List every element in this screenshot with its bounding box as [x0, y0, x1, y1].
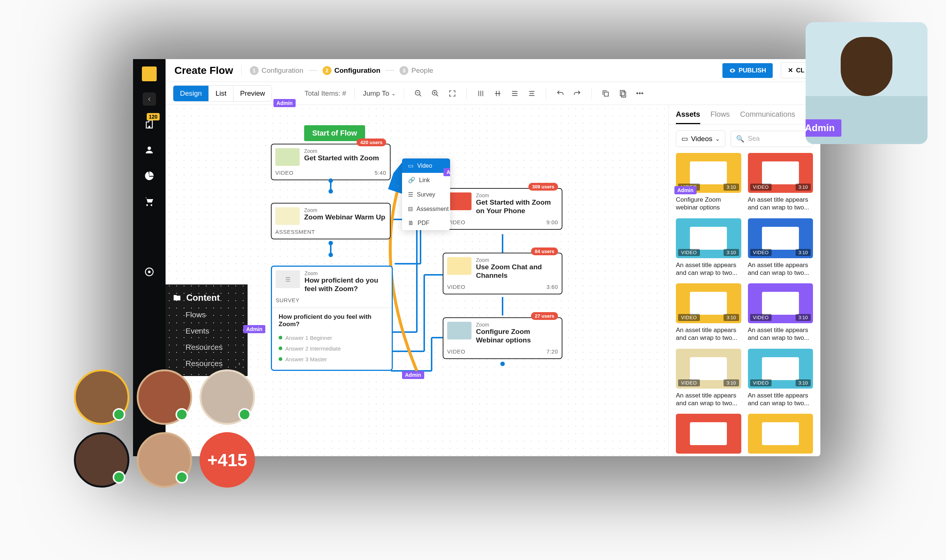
asset-card[interactable] [748, 414, 813, 454]
tab-list[interactable]: List [209, 86, 234, 101]
search-input[interactable]: 🔍Sea [730, 131, 813, 147]
person-icon[interactable] [142, 143, 157, 157]
connector-handle[interactable] [328, 189, 333, 194]
popup-item-pdf[interactable]: 🗎 PDF [402, 216, 450, 230]
users-badge: 84 users [531, 248, 558, 255]
connector-handle[interactable] [328, 178, 333, 183]
asset-thumb: VIDEO 3:10 [676, 349, 741, 389]
admin-tag: Admin [402, 371, 424, 379]
logo-icon[interactable] [142, 66, 157, 81]
start-node[interactable]: Start of Flow [304, 125, 365, 141]
page-title: Create Flow [174, 65, 233, 77]
flow-node-selected[interactable]: ☰ZoomHow proficient do you feel with Zoo… [271, 266, 393, 371]
more-icon[interactable]: ••• [634, 88, 646, 99]
chevron-down-icon: ⌄ [391, 91, 396, 96]
fullscreen-icon[interactable] [447, 88, 458, 99]
asset-thumb [676, 414, 741, 454]
flow-node[interactable]: 27 users ZoomConfigure Zoom Webinar opti… [443, 317, 562, 359]
asset-type-dropdown[interactable]: ▭ Videos ⌄ [676, 131, 726, 147]
connector-handle[interactable] [328, 253, 333, 257]
jump-to-dropdown[interactable]: Jump To ⌄ [363, 89, 396, 97]
tab-flows[interactable]: Flows [710, 110, 730, 124]
connector-handle[interactable] [328, 241, 333, 245]
help-icon[interactable] [142, 265, 157, 279]
asset-card[interactable]: VIDEO 3:10 An asset title appears and ca… [748, 283, 813, 342]
flow-node[interactable]: ZoomZoom Webinar Warm Up ASSESSMENT [271, 203, 391, 239]
survey-answer[interactable]: Answer 3 Master [279, 354, 385, 365]
asset-card[interactable]: VIDEO 3:10 An asset title appears and ca… [748, 218, 813, 277]
users-badge: 27 users [531, 312, 558, 320]
asset-thumb: VIDEO 3:10 [676, 283, 741, 323]
redo-icon[interactable] [571, 88, 583, 99]
asset-duration: 3:10 [796, 184, 811, 191]
asset-caption: Configure Zoom webinar options [676, 196, 741, 212]
zoom-out-icon[interactable] [412, 88, 424, 99]
asset-duration: 3:10 [724, 249, 739, 256]
asset-card[interactable]: VIDEO 3:10 An asset title appears and ca… [676, 218, 741, 277]
asset-caption: An asset title appears and can wrap to t… [748, 326, 813, 342]
breadcrumb-steps: 1Configuration 2Configuration 3People [250, 66, 433, 75]
right-panel: Assets Flows Communications ▭ Videos ⌄ 🔍… [668, 105, 820, 456]
asset-caption: An asset title appears and can wrap to t… [748, 196, 813, 212]
total-items-label: Total Items: # [305, 89, 346, 97]
tab-assets[interactable]: Assets [676, 110, 700, 124]
popup-item-survey[interactable]: ☰ Survey [402, 187, 450, 202]
asset-thumb: VIDEO 3:10 Admin [676, 153, 741, 193]
paste-icon[interactable] [617, 88, 629, 99]
flow-node[interactable]: 420 users ZoomGet Started with Zoom VIDE… [271, 144, 391, 180]
distribute-icon[interactable] [509, 88, 521, 99]
asset-card[interactable]: VIDEO 3:10 Admin Configure Zoom webinar … [676, 153, 741, 212]
users-badge: 309 users [528, 183, 558, 191]
flow-node[interactable]: 84 users ZoomUse Zoom Chat and Channels … [443, 253, 562, 294]
svg-rect-4 [604, 92, 609, 96]
avatar-cluster: +415 [74, 369, 296, 488]
building-icon[interactable]: 120 [142, 117, 157, 131]
tab-preview[interactable]: Preview [234, 86, 272, 101]
tab-communications[interactable]: Communications [740, 110, 795, 124]
status-online-icon [238, 408, 251, 421]
asset-type-label: VIDEO [678, 249, 700, 256]
zoom-in-icon[interactable] [429, 88, 441, 99]
align-center-icon[interactable] [526, 88, 538, 99]
asset-card[interactable]: VIDEO 3:10 An asset title appears and ca… [748, 349, 813, 408]
popup-item-video[interactable]: ▭ Video [402, 158, 450, 173]
avatar [200, 369, 255, 425]
cart-icon[interactable] [142, 194, 157, 209]
popup-item-assessment[interactable]: ⊟ Assessment [402, 202, 450, 216]
chevron-down-icon: ⌄ [715, 136, 720, 142]
node-thumb [275, 207, 300, 225]
avatar-overflow-count[interactable]: +415 [200, 432, 255, 488]
publish-button[interactable]: PUBLISH [723, 63, 773, 78]
undo-icon[interactable] [554, 88, 566, 99]
step-3[interactable]: 3People [399, 66, 433, 75]
step-1[interactable]: 1Configuration [250, 66, 304, 75]
copy-icon[interactable] [600, 88, 612, 99]
pie-chart-icon[interactable] [142, 168, 157, 183]
view-segment: Design List Preview [173, 85, 272, 102]
flow-node[interactable]: 309 users ZoomGet Started with Zoom on Y… [443, 188, 562, 230]
align-h-icon[interactable] [475, 88, 487, 99]
step-2[interactable]: 2Configuration [323, 66, 381, 75]
survey-answer[interactable]: Answer 1 Beginner [279, 332, 385, 343]
tab-design[interactable]: Design [173, 86, 209, 101]
asset-card[interactable] [676, 414, 741, 454]
asset-type-label: VIDEO [678, 379, 700, 386]
panel-filter: ▭ Videos ⌄ 🔍Sea [669, 125, 820, 153]
back-button[interactable]: ‹ [143, 92, 156, 106]
asset-card[interactable]: VIDEO 3:10 An asset title appears and ca… [676, 283, 741, 342]
avatar [137, 432, 192, 488]
users-badge: 420 users [357, 138, 386, 146]
connector-handle[interactable] [500, 362, 505, 366]
list-icon: ☰ [276, 271, 300, 288]
admin-tag: Admin [675, 186, 696, 194]
asset-card[interactable]: VIDEO 3:10 An asset title appears and ca… [748, 153, 813, 212]
asset-card[interactable]: VIDEO 3:10 An asset title appears and ca… [676, 349, 741, 408]
popup-item-link[interactable]: 🔗 Link [402, 173, 450, 187]
header-bar: Create Flow 1Configuration 2Configuratio… [166, 59, 820, 82]
align-v-icon[interactable] [492, 88, 504, 99]
survey-answer[interactable]: Answer 2 Intermediate [279, 343, 385, 354]
sidebar-badge: 120 [147, 113, 160, 120]
asset-thumb: VIDEO 3:10 [676, 218, 741, 258]
avatar [74, 432, 129, 488]
svg-rect-6 [622, 92, 626, 97]
